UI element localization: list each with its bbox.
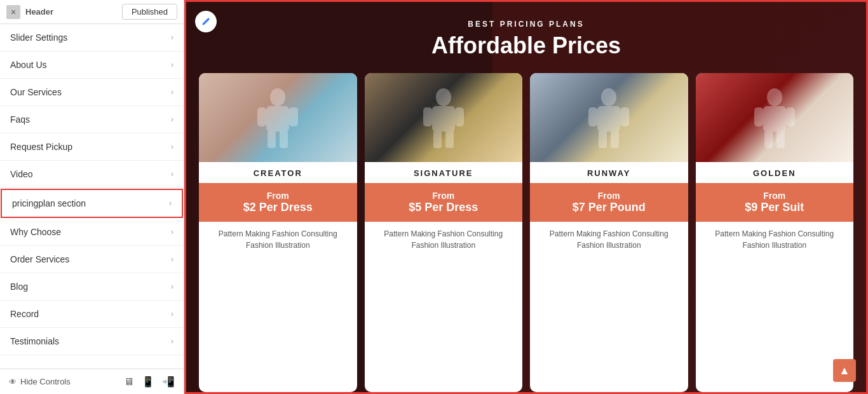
card-price-box-runway: From $7 Per Pound [530, 183, 688, 222]
sidebar-item-label: Faqs [10, 114, 30, 125]
card-title-creator: CREATOR [199, 162, 357, 183]
chevron-right-icon: › [171, 309, 173, 318]
desktop-icon[interactable]: 🖥 [124, 376, 134, 388]
hide-controls-label: Hide Controls [20, 377, 71, 386]
pricing-card-creator: CREATOR From $2 Per Dress Pattern Making… [199, 73, 357, 392]
sidebar-item-faqs[interactable]: Faqs› [0, 106, 184, 133]
card-price-from-signature: From [370, 191, 518, 201]
chevron-right-icon: › [171, 282, 173, 291]
chevron-right-icon: › [171, 255, 173, 264]
sidebar-item-about-us[interactable]: About Us› [0, 51, 184, 79]
card-price-amount-runway: $7 Per Pound [535, 201, 683, 214]
card-description-runway: Pattern Making Fashion Consulting Fashio… [530, 222, 688, 392]
pricing-card-runway: RUNWAY From $7 Per Pound Pattern Making … [530, 73, 688, 392]
card-price-from-creator: From [204, 191, 352, 201]
svg-rect-17 [611, 130, 619, 148]
svg-rect-23 [776, 130, 785, 148]
svg-rect-19 [763, 106, 786, 132]
svg-rect-14 [588, 107, 597, 126]
svg-rect-4 [268, 130, 276, 148]
close-button[interactable]: × [6, 5, 20, 19]
sidebar-item-video[interactable]: Video› [0, 161, 184, 188]
fashion-silhouette-golden [749, 86, 800, 149]
svg-rect-3 [289, 107, 298, 126]
svg-rect-10 [433, 130, 442, 148]
card-image-signature [365, 73, 523, 162]
pricing-card-signature: SIGNATURE From $5 Per Dress Pattern Maki… [365, 73, 523, 392]
svg-rect-22 [764, 130, 773, 148]
sidebar-item-label: Request Pickup [10, 142, 72, 152]
card-price-from-golden: From [701, 191, 849, 201]
sidebar-item-order-services[interactable]: Order Services› [0, 246, 184, 273]
card-price-from-runway: From [535, 191, 683, 201]
card-price-box-creator: From $2 Per Dress [199, 183, 357, 222]
card-title-signature: SIGNATURE [365, 162, 523, 183]
sidebar-item-why-choose[interactable]: Why Choose› [0, 219, 184, 246]
pricing-cards: CREATOR From $2 Per Dress Pattern Making… [186, 65, 866, 392]
svg-rect-11 [445, 130, 454, 148]
svg-rect-9 [455, 107, 464, 126]
published-button[interactable]: Published [122, 4, 177, 20]
chevron-right-icon: › [171, 337, 173, 346]
card-price-box-golden: From $9 Per Suit [696, 183, 854, 222]
sidebar-header: × Header Published [0, 0, 184, 24]
footer-icons: 🖥 📱 📲 [124, 376, 175, 388]
hide-controls-toggle[interactable]: 👁 Hide Controls [9, 377, 71, 386]
sidebar-header-label: Header [25, 7, 53, 17]
edit-section-button[interactable] [195, 11, 217, 32]
svg-point-0 [270, 88, 285, 106]
sidebar-footer: 👁 Hide Controls 🖥 📱 📲 [0, 369, 184, 394]
svg-rect-1 [266, 106, 289, 132]
mobile-icon[interactable]: 📲 [162, 376, 175, 388]
sidebar-item-record[interactable]: Record› [0, 301, 184, 328]
main-content: BEST PRICING PLANS Affordable Prices CRE… [184, 0, 868, 394]
sidebar-item-pricingplan-section[interactable]: pricingplan section› [1, 189, 183, 218]
svg-rect-8 [423, 107, 432, 126]
sidebar-nav: Slider Settings›About Us›Our Services›Fa… [0, 24, 184, 369]
fashion-silhouette-signature [418, 86, 469, 149]
card-price-amount-golden: $9 Per Suit [701, 201, 849, 214]
sidebar-item-label: Our Services [10, 87, 62, 97]
svg-point-12 [601, 88, 616, 106]
chevron-right-icon: › [171, 60, 173, 69]
sidebar: × Header Published Slider Settings›About… [0, 0, 184, 394]
sidebar-item-slider-settings[interactable]: Slider Settings› [0, 24, 184, 51]
chevron-right-icon: › [171, 228, 173, 236]
chevron-right-icon: › [171, 88, 173, 97]
card-price-amount-creator: $2 Per Dress [204, 201, 352, 214]
sidebar-item-label: Record [10, 309, 39, 319]
svg-rect-2 [257, 107, 266, 126]
sidebar-item-label: Why Choose [10, 227, 61, 237]
chevron-right-icon: › [171, 170, 173, 179]
pricing-card-golden: GOLDEN From $9 Per Suit Pattern Making F… [696, 73, 854, 392]
sidebar-item-blog[interactable]: Blog› [0, 273, 184, 301]
card-price-amount-signature: $5 Per Dress [370, 201, 518, 214]
sidebar-item-our-services[interactable]: Our Services› [0, 79, 184, 106]
chevron-right-icon: › [169, 199, 172, 208]
eye-icon: 👁 [9, 377, 17, 386]
fashion-silhouette-creator [252, 86, 303, 149]
svg-rect-21 [786, 107, 795, 126]
sidebar-item-label: About Us [10, 60, 47, 70]
svg-point-18 [767, 88, 782, 106]
sidebar-item-label: Video [10, 169, 33, 179]
tablet-icon[interactable]: 📱 [142, 376, 154, 388]
svg-rect-20 [754, 107, 763, 126]
sidebar-item-label: Blog [10, 282, 28, 292]
sidebar-item-request-pickup[interactable]: Request Pickup› [0, 133, 184, 161]
svg-rect-5 [280, 130, 288, 148]
sidebar-item-label: pricingplan section [12, 198, 86, 208]
svg-rect-13 [597, 106, 620, 132]
svg-rect-16 [599, 130, 607, 148]
scroll-up-button[interactable]: ▲ [833, 359, 856, 382]
sidebar-item-label: Testimonials [10, 336, 59, 346]
pricing-subtitle: BEST PRICING PLANS [186, 20, 866, 29]
pricing-title: Affordable Prices [186, 32, 866, 59]
card-price-box-signature: From $5 Per Dress [365, 183, 523, 222]
sidebar-item-testimonials[interactable]: Testimonials› [0, 328, 184, 355]
svg-rect-7 [432, 106, 455, 132]
sidebar-item-label: Order Services [10, 254, 69, 264]
svg-rect-15 [620, 107, 629, 126]
card-description-signature: Pattern Making Fashion Consulting Fashio… [365, 222, 523, 392]
sidebar-header-left: × Header [6, 5, 53, 19]
